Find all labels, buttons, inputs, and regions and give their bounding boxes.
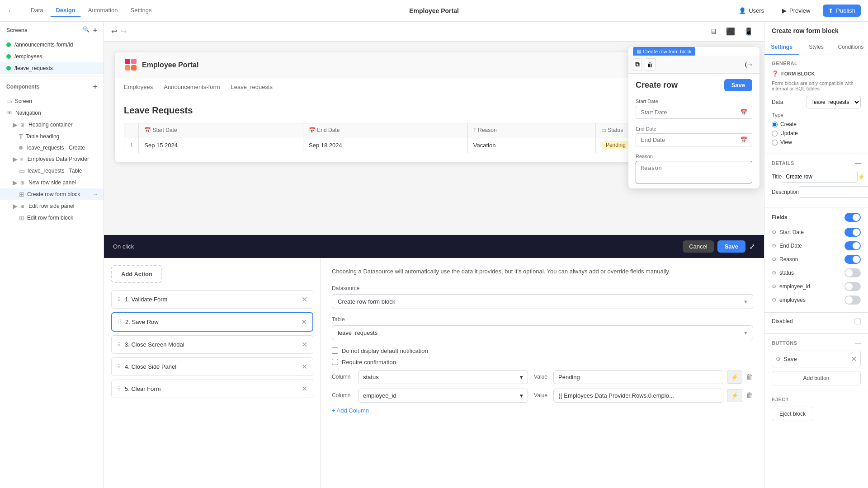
preview-tab-leave[interactable]: Leave_requests bbox=[231, 84, 273, 90]
description-input[interactable] bbox=[799, 186, 868, 198]
remove-action-3-button[interactable]: ✕ bbox=[302, 340, 307, 349]
add-column-button[interactable]: + Add Column bbox=[332, 407, 369, 414]
require-confirmation-checkbox[interactable] bbox=[332, 359, 338, 365]
delete-column-2-button[interactable]: 🗑 bbox=[746, 391, 753, 399]
screen-item-leave-requests[interactable]: /leave_requests bbox=[0, 62, 104, 74]
add-action-button[interactable]: Add Action bbox=[111, 265, 162, 283]
add-button-button[interactable]: Add button bbox=[772, 371, 861, 385]
component-screen[interactable]: ▭ Screen bbox=[0, 95, 104, 107]
modal-expand-button[interactable]: ⤢ bbox=[749, 240, 755, 253]
remove-action-2-button[interactable]: ✕ bbox=[301, 318, 307, 326]
gear-icon-start-date[interactable]: ⚙ bbox=[772, 229, 777, 235]
radio-update[interactable]: Update bbox=[772, 130, 861, 136]
add-component-icon[interactable]: + bbox=[93, 83, 97, 91]
tab-data[interactable]: Data bbox=[25, 4, 48, 17]
gear-icon-save-button[interactable]: ⚙ bbox=[776, 356, 781, 362]
redo-button[interactable]: ↪ bbox=[121, 27, 127, 36]
employee-id-toggle[interactable] bbox=[844, 282, 861, 291]
title-input[interactable] bbox=[782, 171, 858, 183]
reason-toggle[interactable] bbox=[844, 255, 861, 264]
radio-create-input[interactable] bbox=[772, 122, 778, 127]
column-select-1[interactable]: status ▾ bbox=[358, 370, 528, 384]
users-button[interactable]: 👤 Users bbox=[733, 5, 769, 17]
back-button[interactable]: ← bbox=[7, 7, 14, 15]
reason-textarea[interactable] bbox=[636, 161, 752, 183]
save-button-config-row[interactable]: ⚙ Save ✕ bbox=[772, 351, 861, 367]
tablet-view-button[interactable]: ⬛ bbox=[722, 25, 739, 38]
component-leave-requests-table[interactable]: ▭ leave_requests - Table bbox=[0, 165, 104, 177]
collapse-button[interactable]: ⟨→ bbox=[743, 59, 755, 70]
title-lightning-button[interactable]: ⚡ bbox=[858, 174, 865, 180]
component-new-row-side-panel[interactable]: ▶ ⊞ New row side panel bbox=[0, 177, 104, 188]
modal-cancel-button[interactable]: Cancel bbox=[683, 240, 713, 253]
radio-view[interactable]: View bbox=[772, 139, 861, 145]
disabled-checkbox[interactable] bbox=[854, 318, 861, 324]
collapse-details-icon[interactable]: — bbox=[855, 160, 861, 166]
column-select-2[interactable]: employee_id ▾ bbox=[358, 389, 528, 403]
component-edit-row-form-block[interactable]: ⊞ Edit row form block bbox=[0, 212, 104, 224]
radio-view-input[interactable] bbox=[772, 140, 778, 145]
remove-save-button[interactable]: ✕ bbox=[851, 355, 857, 363]
ellipsis-menu[interactable]: ··· bbox=[94, 192, 97, 197]
checkbox-no-notification[interactable]: Do not display default notification bbox=[332, 347, 753, 354]
undo-button[interactable]: ↩ bbox=[111, 27, 117, 36]
component-create-row-form-block[interactable]: ⊞ Create row form block ··· bbox=[0, 188, 104, 200]
data-select[interactable]: leave_requests bbox=[807, 96, 861, 108]
component-leave-requests-create[interactable]: leave_requests - Create bbox=[0, 142, 104, 153]
remove-action-5-button[interactable]: ✕ bbox=[302, 385, 307, 393]
create-row-save-button[interactable]: Save bbox=[724, 79, 752, 91]
datasource-select[interactable]: Create row form block ▾ bbox=[332, 294, 753, 309]
tab-automation[interactable]: Automation bbox=[83, 4, 123, 17]
gear-icon-status[interactable]: ⚙ bbox=[772, 270, 777, 276]
action-item-4[interactable]: ⠿ 4. Close Side Panel ✕ bbox=[111, 357, 313, 376]
screen-item-employees[interactable]: /employees bbox=[0, 51, 104, 62]
value-input-1[interactable]: Pending bbox=[553, 370, 723, 384]
checkbox-require-confirmation[interactable]: Require confirmation bbox=[332, 359, 753, 366]
gear-icon-end-date[interactable]: ⚙ bbox=[772, 243, 777, 249]
radio-update-input[interactable] bbox=[772, 131, 778, 136]
mobile-view-button[interactable]: 📱 bbox=[741, 25, 757, 38]
table-select[interactable]: leave_requests ▾ bbox=[332, 325, 753, 340]
preview-tab-announcements[interactable]: Announcements-form bbox=[164, 84, 220, 90]
gear-icon-employees[interactable]: ⚙ bbox=[772, 297, 777, 303]
delete-button[interactable]: 🗑 bbox=[645, 58, 656, 70]
duplicate-button[interactable]: ⧉ bbox=[633, 58, 642, 70]
eject-block-button[interactable]: Eject block bbox=[772, 407, 813, 421]
remove-action-4-button[interactable]: ✕ bbox=[302, 362, 307, 371]
tab-settings[interactable]: Settings bbox=[764, 40, 799, 55]
tab-conditions[interactable]: Conditions bbox=[834, 40, 868, 55]
add-screen-icon[interactable]: + bbox=[93, 26, 97, 34]
end-date-input[interactable]: 📅 bbox=[636, 133, 752, 146]
gear-icon-reason[interactable]: ⚙ bbox=[772, 256, 777, 263]
radio-create[interactable]: Create bbox=[772, 121, 861, 127]
action-item-5[interactable]: ⠿ 5. Clear Form ✕ bbox=[111, 380, 313, 398]
start-date-toggle[interactable] bbox=[844, 228, 861, 237]
publish-button[interactable]: ⬆ Publish bbox=[823, 5, 861, 17]
component-edit-row-side-panel[interactable]: ▶ ⊞ Edit row side panel bbox=[0, 200, 104, 212]
gear-icon-employee-id[interactable]: ⚙ bbox=[772, 283, 777, 290]
lightning-button-1[interactable]: ⚡ bbox=[727, 371, 742, 384]
desktop-view-button[interactable]: 🖥 bbox=[706, 25, 721, 38]
component-table-heading[interactable]: T Table heading bbox=[0, 131, 104, 142]
preview-button[interactable]: ▶ Preview bbox=[777, 5, 816, 17]
component-employees-data-provider[interactable]: ▶ ≡ Employees Data Provider bbox=[0, 153, 104, 165]
value-input-2[interactable]: {{ Employees Data Provider.Rows.0.emplo.… bbox=[553, 389, 723, 403]
collapse-buttons-icon[interactable]: — bbox=[855, 339, 861, 346]
action-item-1[interactable]: ⠿ 1. Validate Form ✕ bbox=[111, 290, 313, 309]
tab-settings[interactable]: Settings bbox=[125, 4, 157, 17]
status-toggle[interactable] bbox=[844, 268, 861, 277]
lightning-button-2[interactable]: ⚡ bbox=[727, 389, 742, 402]
preview-tab-employees[interactable]: Employees bbox=[124, 84, 153, 90]
employees-toggle[interactable] bbox=[844, 296, 861, 305]
component-navigation[interactable]: 👁 Navigation bbox=[0, 107, 104, 119]
start-date-text-input[interactable] bbox=[641, 109, 740, 116]
remove-action-1-button[interactable]: ✕ bbox=[302, 295, 307, 304]
tab-design[interactable]: Design bbox=[50, 4, 80, 17]
end-date-toggle[interactable] bbox=[844, 241, 861, 250]
screen-item-announcements[interactable]: /announcements-form/id bbox=[0, 39, 104, 51]
search-icon[interactable]: 🔍 bbox=[83, 26, 90, 34]
modal-save-button[interactable]: Save bbox=[717, 240, 745, 253]
fields-toggle[interactable] bbox=[844, 213, 861, 222]
component-heading-container[interactable]: ▶ ⊞ Heading container bbox=[0, 119, 104, 131]
tab-styles[interactable]: Styles bbox=[799, 40, 833, 55]
